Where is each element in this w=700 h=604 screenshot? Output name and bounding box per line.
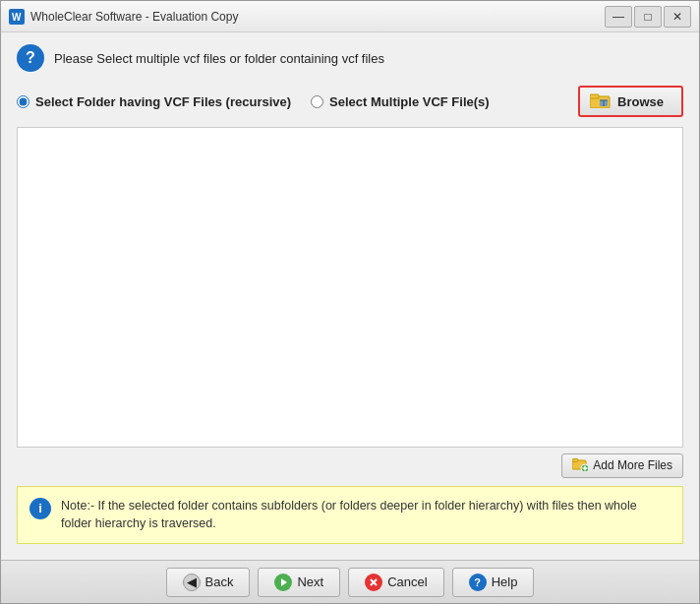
next-icon bbox=[274, 574, 292, 591]
note-box: i Note:- If the selected folder contains… bbox=[17, 486, 683, 545]
browse-label: Browse bbox=[617, 94, 664, 109]
title-bar: W WholeClear Software - Evaluation Copy … bbox=[1, 1, 699, 32]
info-icon: i bbox=[29, 498, 51, 519]
back-button[interactable]: ◀ Back bbox=[166, 568, 251, 597]
add-files-icon bbox=[572, 457, 588, 474]
window-title: WholeClear Software - Evaluation Copy bbox=[30, 10, 605, 24]
next-label: Next bbox=[297, 574, 323, 589]
options-row: Select Folder having VCF Files (recursiv… bbox=[17, 86, 683, 117]
svg-text:W: W bbox=[12, 12, 22, 23]
maximize-button[interactable]: □ bbox=[634, 6, 662, 28]
main-window: W WholeClear Software - Evaluation Copy … bbox=[0, 0, 700, 604]
back-label: Back bbox=[205, 574, 234, 589]
add-more-files-button[interactable]: Add More Files bbox=[561, 453, 683, 478]
svg-rect-8 bbox=[572, 458, 578, 461]
minimize-button[interactable]: — bbox=[605, 6, 632, 28]
radio-files-option[interactable]: Select Multiple VCF File(s) bbox=[311, 94, 490, 109]
radio-files-label: Select Multiple VCF File(s) bbox=[329, 94, 490, 109]
header-row: ? Please Select multiple vcf files or fo… bbox=[17, 44, 683, 72]
radio-folder-label: Select Folder having VCF Files (recursiv… bbox=[35, 94, 291, 109]
content-area: ? Please Select multiple vcf files or fo… bbox=[1, 32, 699, 560]
back-icon: ◀ bbox=[183, 574, 201, 591]
help-btn-icon: ? bbox=[469, 574, 487, 591]
header-text: Please Select multiple vcf files or fold… bbox=[54, 51, 384, 66]
question-icon: ? bbox=[17, 44, 44, 72]
window-controls: — □ ✕ bbox=[605, 6, 691, 28]
svg-rect-3 bbox=[590, 94, 599, 98]
cancel-label: Cancel bbox=[387, 574, 427, 589]
radio-folder-option[interactable]: Select Folder having VCF Files (recursiv… bbox=[17, 94, 291, 109]
add-more-label: Add More Files bbox=[593, 458, 672, 472]
help-button[interactable]: ? Help bbox=[452, 568, 535, 597]
footer-bar: ◀ Back Next Cancel ? bbox=[1, 560, 699, 603]
browse-button[interactable]: Browse bbox=[578, 86, 683, 117]
cancel-button[interactable]: Cancel bbox=[348, 568, 443, 597]
radio-files-input[interactable] bbox=[311, 95, 323, 108]
folder-browse-icon bbox=[590, 91, 612, 111]
file-list-area bbox=[17, 127, 683, 448]
note-text: Note:- If the selected folder contains s… bbox=[61, 497, 671, 534]
app-icon: W bbox=[9, 9, 25, 25]
close-button[interactable]: ✕ bbox=[664, 6, 691, 28]
add-more-row: Add More Files bbox=[17, 453, 683, 478]
radio-folder-input[interactable] bbox=[17, 95, 29, 108]
help-label: Help bbox=[492, 574, 518, 589]
browse-btn-wrapper: Browse bbox=[578, 86, 683, 117]
next-button[interactable]: Next bbox=[258, 568, 340, 597]
cancel-icon bbox=[365, 574, 382, 591]
